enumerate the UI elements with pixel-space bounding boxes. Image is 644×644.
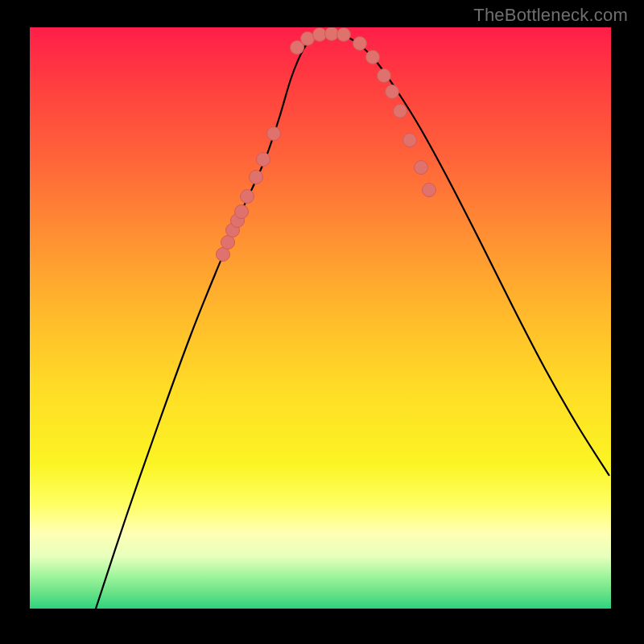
chart-gradient-background [30,27,611,609]
watermark-text: TheBottleneck.com [473,5,628,26]
